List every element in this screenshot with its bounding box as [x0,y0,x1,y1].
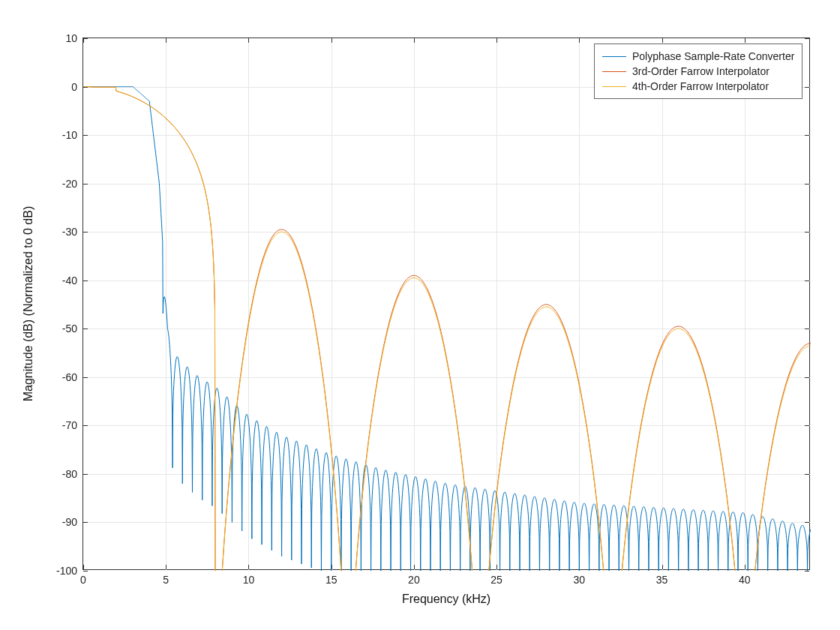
y-tick-label: -70 [62,419,77,431]
axes: 0510152025303540-100-90-80-70-60-50-40-3… [82,38,810,570]
x-tick-label: 35 [656,574,668,586]
legend-swatch [602,71,626,72]
legend-entry: Polyphase Sample-Rate Converter [602,49,794,64]
y-tick-label: -80 [62,468,77,480]
y-tick-label: 10 [65,32,77,44]
x-tick-label: 40 [739,574,751,586]
legend-label: Polyphase Sample-Rate Converter [632,49,794,64]
legend-entry: 3rd-Order Farrow Interpolator [602,64,794,79]
legend: Polyphase Sample-Rate Converter3rd-Order… [594,44,802,99]
y-tick-label: -40 [62,274,77,286]
legend-label: 4th-Order Farrow Interpolator [632,79,769,94]
y-axis-label: Magnitude (dB) (Normalized to 0 dB) [22,206,35,402]
legend-label: 3rd-Order Farrow Interpolator [632,64,770,79]
y-tick-label: -90 [62,516,77,528]
x-tick-label: 25 [490,574,502,586]
x-tick-label: 15 [326,574,338,586]
x-tick-label: 30 [574,574,586,586]
legend-swatch [602,86,626,87]
y-tick-label: -60 [62,371,77,383]
legend-entry: 4th-Order Farrow Interpolator [602,79,794,94]
y-tick-label: -100 [56,565,77,577]
series-farrow3 [83,87,811,630]
x-tick-label: 5 [163,574,169,586]
y-tick-label: -20 [62,178,77,190]
x-tick-label: 10 [243,574,255,586]
x-axis-label: Frequency (kHz) [402,592,490,606]
series-polyphase [83,87,811,571]
y-tick-label: -30 [62,226,77,238]
y-tick-label: -50 [62,322,77,334]
x-tick-label: 0 [80,574,86,586]
y-tick-label: -10 [62,129,77,141]
x-tick-label: 20 [408,574,420,586]
y-tick-label: 0 [71,81,77,93]
legend-swatch [602,56,626,57]
